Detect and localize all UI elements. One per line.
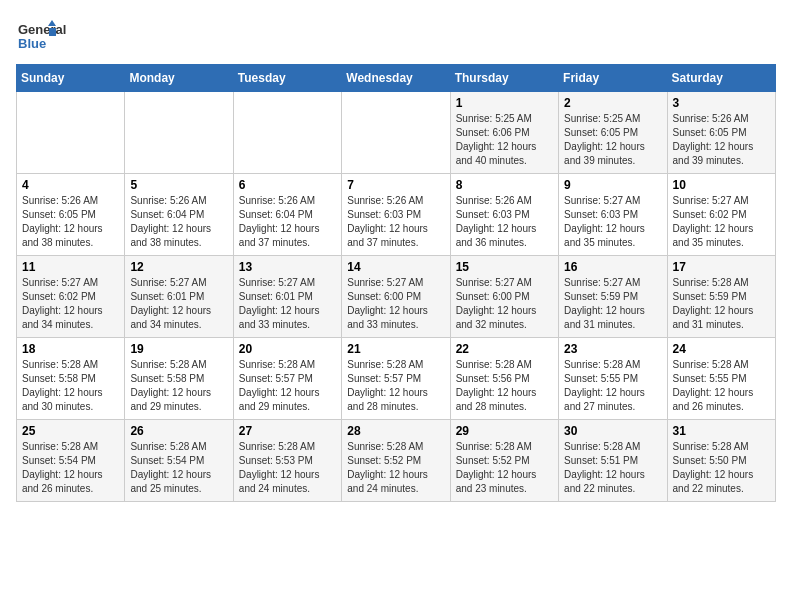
day-info: Sunrise: 5:27 AMSunset: 6:02 PMDaylight:… bbox=[22, 276, 119, 332]
day-info: Sunrise: 5:26 AMSunset: 6:05 PMDaylight:… bbox=[673, 112, 770, 168]
calendar-cell: 25Sunrise: 5:28 AMSunset: 5:54 PMDayligh… bbox=[17, 420, 125, 502]
day-number: 25 bbox=[22, 424, 119, 438]
calendar-cell bbox=[233, 92, 341, 174]
calendar-cell: 3Sunrise: 5:26 AMSunset: 6:05 PMDaylight… bbox=[667, 92, 775, 174]
day-number: 22 bbox=[456, 342, 553, 356]
calendar-cell: 12Sunrise: 5:27 AMSunset: 6:01 PMDayligh… bbox=[125, 256, 233, 338]
logo: General Blue bbox=[16, 16, 100, 56]
day-info: Sunrise: 5:27 AMSunset: 6:00 PMDaylight:… bbox=[456, 276, 553, 332]
day-info: Sunrise: 5:28 AMSunset: 5:53 PMDaylight:… bbox=[239, 440, 336, 496]
calendar-table: SundayMondayTuesdayWednesdayThursdayFrid… bbox=[16, 64, 776, 502]
calendar-cell: 16Sunrise: 5:27 AMSunset: 5:59 PMDayligh… bbox=[559, 256, 667, 338]
day-info: Sunrise: 5:28 AMSunset: 5:59 PMDaylight:… bbox=[673, 276, 770, 332]
day-number: 6 bbox=[239, 178, 336, 192]
day-number: 9 bbox=[564, 178, 661, 192]
day-info: Sunrise: 5:25 AMSunset: 6:05 PMDaylight:… bbox=[564, 112, 661, 168]
day-info: Sunrise: 5:28 AMSunset: 5:57 PMDaylight:… bbox=[347, 358, 444, 414]
day-info: Sunrise: 5:27 AMSunset: 6:02 PMDaylight:… bbox=[673, 194, 770, 250]
calendar-cell: 2Sunrise: 5:25 AMSunset: 6:05 PMDaylight… bbox=[559, 92, 667, 174]
day-number: 2 bbox=[564, 96, 661, 110]
day-number: 7 bbox=[347, 178, 444, 192]
day-number: 30 bbox=[564, 424, 661, 438]
calendar-cell: 11Sunrise: 5:27 AMSunset: 6:02 PMDayligh… bbox=[17, 256, 125, 338]
calendar-week-5: 25Sunrise: 5:28 AMSunset: 5:54 PMDayligh… bbox=[17, 420, 776, 502]
calendar-cell: 17Sunrise: 5:28 AMSunset: 5:59 PMDayligh… bbox=[667, 256, 775, 338]
day-number: 24 bbox=[673, 342, 770, 356]
calendar-cell: 6Sunrise: 5:26 AMSunset: 6:04 PMDaylight… bbox=[233, 174, 341, 256]
day-number: 31 bbox=[673, 424, 770, 438]
day-number: 8 bbox=[456, 178, 553, 192]
day-info: Sunrise: 5:28 AMSunset: 5:56 PMDaylight:… bbox=[456, 358, 553, 414]
logo-icon: General Blue bbox=[16, 16, 96, 56]
day-number: 11 bbox=[22, 260, 119, 274]
day-number: 29 bbox=[456, 424, 553, 438]
calendar-cell: 4Sunrise: 5:26 AMSunset: 6:05 PMDaylight… bbox=[17, 174, 125, 256]
day-info: Sunrise: 5:28 AMSunset: 5:52 PMDaylight:… bbox=[456, 440, 553, 496]
svg-text:General: General bbox=[18, 22, 66, 37]
day-info: Sunrise: 5:28 AMSunset: 5:51 PMDaylight:… bbox=[564, 440, 661, 496]
day-info: Sunrise: 5:27 AMSunset: 6:01 PMDaylight:… bbox=[239, 276, 336, 332]
day-number: 1 bbox=[456, 96, 553, 110]
day-info: Sunrise: 5:28 AMSunset: 5:55 PMDaylight:… bbox=[673, 358, 770, 414]
header: General Blue bbox=[16, 16, 776, 56]
day-number: 27 bbox=[239, 424, 336, 438]
weekday-header-friday: Friday bbox=[559, 65, 667, 92]
calendar-cell: 7Sunrise: 5:26 AMSunset: 6:03 PMDaylight… bbox=[342, 174, 450, 256]
calendar-cell: 22Sunrise: 5:28 AMSunset: 5:56 PMDayligh… bbox=[450, 338, 558, 420]
calendar-cell bbox=[342, 92, 450, 174]
day-info: Sunrise: 5:28 AMSunset: 5:58 PMDaylight:… bbox=[22, 358, 119, 414]
day-info: Sunrise: 5:25 AMSunset: 6:06 PMDaylight:… bbox=[456, 112, 553, 168]
calendar-cell: 29Sunrise: 5:28 AMSunset: 5:52 PMDayligh… bbox=[450, 420, 558, 502]
day-info: Sunrise: 5:27 AMSunset: 6:01 PMDaylight:… bbox=[130, 276, 227, 332]
calendar-cell: 28Sunrise: 5:28 AMSunset: 5:52 PMDayligh… bbox=[342, 420, 450, 502]
weekday-header-monday: Monday bbox=[125, 65, 233, 92]
weekday-header-sunday: Sunday bbox=[17, 65, 125, 92]
day-info: Sunrise: 5:28 AMSunset: 5:55 PMDaylight:… bbox=[564, 358, 661, 414]
day-number: 4 bbox=[22, 178, 119, 192]
day-number: 16 bbox=[564, 260, 661, 274]
day-number: 23 bbox=[564, 342, 661, 356]
calendar-cell bbox=[125, 92, 233, 174]
day-info: Sunrise: 5:28 AMSunset: 5:50 PMDaylight:… bbox=[673, 440, 770, 496]
calendar-cell: 1Sunrise: 5:25 AMSunset: 6:06 PMDaylight… bbox=[450, 92, 558, 174]
calendar-week-3: 11Sunrise: 5:27 AMSunset: 6:02 PMDayligh… bbox=[17, 256, 776, 338]
calendar-cell: 9Sunrise: 5:27 AMSunset: 6:03 PMDaylight… bbox=[559, 174, 667, 256]
weekday-header-tuesday: Tuesday bbox=[233, 65, 341, 92]
day-number: 18 bbox=[22, 342, 119, 356]
day-info: Sunrise: 5:28 AMSunset: 5:57 PMDaylight:… bbox=[239, 358, 336, 414]
day-info: Sunrise: 5:27 AMSunset: 6:03 PMDaylight:… bbox=[564, 194, 661, 250]
calendar-cell: 20Sunrise: 5:28 AMSunset: 5:57 PMDayligh… bbox=[233, 338, 341, 420]
calendar-cell: 31Sunrise: 5:28 AMSunset: 5:50 PMDayligh… bbox=[667, 420, 775, 502]
day-info: Sunrise: 5:27 AMSunset: 6:00 PMDaylight:… bbox=[347, 276, 444, 332]
day-number: 10 bbox=[673, 178, 770, 192]
day-info: Sunrise: 5:28 AMSunset: 5:58 PMDaylight:… bbox=[130, 358, 227, 414]
calendar-week-2: 4Sunrise: 5:26 AMSunset: 6:05 PMDaylight… bbox=[17, 174, 776, 256]
day-number: 28 bbox=[347, 424, 444, 438]
calendar-cell: 10Sunrise: 5:27 AMSunset: 6:02 PMDayligh… bbox=[667, 174, 775, 256]
day-number: 5 bbox=[130, 178, 227, 192]
day-number: 12 bbox=[130, 260, 227, 274]
calendar-cell: 5Sunrise: 5:26 AMSunset: 6:04 PMDaylight… bbox=[125, 174, 233, 256]
calendar-week-4: 18Sunrise: 5:28 AMSunset: 5:58 PMDayligh… bbox=[17, 338, 776, 420]
calendar-cell: 27Sunrise: 5:28 AMSunset: 5:53 PMDayligh… bbox=[233, 420, 341, 502]
day-info: Sunrise: 5:28 AMSunset: 5:54 PMDaylight:… bbox=[130, 440, 227, 496]
weekday-header-thursday: Thursday bbox=[450, 65, 558, 92]
svg-text:Blue: Blue bbox=[18, 36, 46, 51]
calendar-cell: 8Sunrise: 5:26 AMSunset: 6:03 PMDaylight… bbox=[450, 174, 558, 256]
day-number: 17 bbox=[673, 260, 770, 274]
weekday-header-row: SundayMondayTuesdayWednesdayThursdayFrid… bbox=[17, 65, 776, 92]
day-number: 15 bbox=[456, 260, 553, 274]
calendar-cell: 15Sunrise: 5:27 AMSunset: 6:00 PMDayligh… bbox=[450, 256, 558, 338]
day-number: 19 bbox=[130, 342, 227, 356]
calendar-cell: 30Sunrise: 5:28 AMSunset: 5:51 PMDayligh… bbox=[559, 420, 667, 502]
day-info: Sunrise: 5:28 AMSunset: 5:52 PMDaylight:… bbox=[347, 440, 444, 496]
day-number: 14 bbox=[347, 260, 444, 274]
weekday-header-saturday: Saturday bbox=[667, 65, 775, 92]
calendar-cell: 18Sunrise: 5:28 AMSunset: 5:58 PMDayligh… bbox=[17, 338, 125, 420]
calendar-cell: 13Sunrise: 5:27 AMSunset: 6:01 PMDayligh… bbox=[233, 256, 341, 338]
calendar-cell bbox=[17, 92, 125, 174]
day-number: 3 bbox=[673, 96, 770, 110]
day-info: Sunrise: 5:26 AMSunset: 6:03 PMDaylight:… bbox=[347, 194, 444, 250]
calendar-cell: 26Sunrise: 5:28 AMSunset: 5:54 PMDayligh… bbox=[125, 420, 233, 502]
day-number: 21 bbox=[347, 342, 444, 356]
